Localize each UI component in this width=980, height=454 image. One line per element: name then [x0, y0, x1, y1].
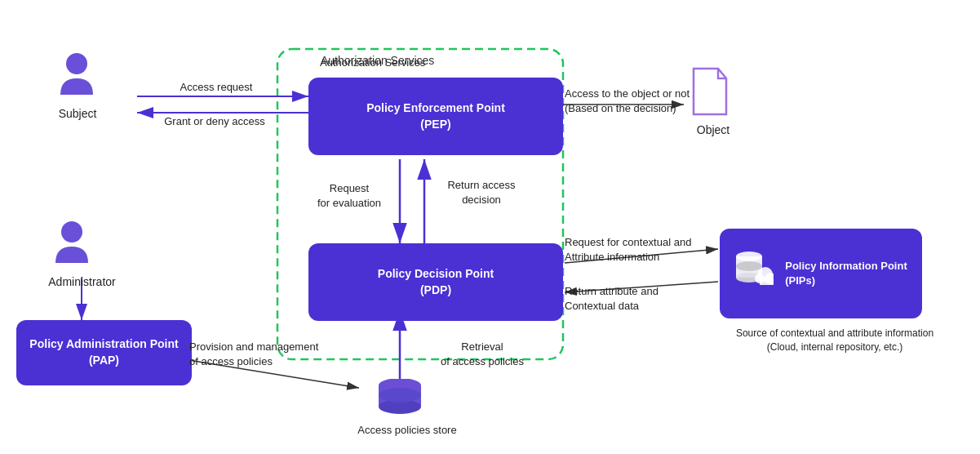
access-request-label: Access request [155, 80, 277, 95]
source-contextual-line2: (Cloud, internal repository, etc.) [767, 341, 903, 353]
administrator-label: Administrator [39, 274, 125, 291]
grant-deny-label: Grant or deny access [145, 114, 284, 129]
pep-box: Policy Enforcement Point (PEP) [308, 78, 563, 155]
provision-line2: of access policies [189, 355, 273, 367]
request-contextual-line2: Attribute information [565, 251, 659, 263]
request-eval-line2: for evaluation [317, 197, 381, 209]
object-label: Object [689, 122, 738, 139]
provision-label: Provision and management of access polic… [189, 340, 348, 369]
svg-point-20 [736, 261, 762, 271]
access-to-object-line2: (Based on the decision) [565, 102, 676, 114]
retrieval-line1: Retrieval [461, 340, 503, 353]
pdp-label-line2: (PDP) [378, 283, 494, 299]
return-attribute-label: Return attribute and Contextual data [565, 284, 718, 314]
source-contextual-line1: Source of contextual and attribute infor… [736, 327, 933, 339]
pap-label-line2: (PAP) [29, 353, 178, 369]
access-to-object-line1: Access to the object or not [565, 87, 690, 100]
pep-label-line1: Policy Enforcement Point [366, 100, 505, 117]
diagram: Authorization Services Subject Administr… [0, 0, 980, 454]
pip-label-line2: (PIPs) [785, 274, 907, 288]
return-attribute-line1: Return attribute and [565, 285, 659, 297]
access-to-object-label: Access to the object or not (Based on th… [565, 87, 695, 116]
subject-icon [59, 52, 95, 98]
request-contextual-line1: Request for contextual and [565, 236, 691, 248]
return-decision-line1: Return access [447, 179, 515, 191]
administrator-icon [54, 220, 90, 266]
svg-point-28 [379, 388, 421, 403]
svg-rect-24 [760, 278, 774, 285]
retrieval-label: Retrieval of access policies [429, 340, 535, 369]
access-policies-store-icon [375, 379, 424, 425]
pep-label-line2: (PEP) [366, 117, 505, 133]
request-eval-line1: Request [330, 182, 369, 194]
svg-point-15 [66, 53, 87, 74]
source-contextual-label: Source of contextual and attribute infor… [716, 327, 953, 354]
pdp-label-line1: Policy Decision Point [378, 266, 494, 283]
return-attribute-line2: Contextual data [565, 300, 639, 312]
pap-box: Policy Administration Point (PAP) [16, 320, 192, 385]
return-decision-label: Return access decision [432, 178, 530, 207]
retrieval-line2: of access policies [441, 355, 524, 367]
request-contextual-label: Request for contextual and Attribute inf… [565, 235, 718, 265]
provision-line1: Provision and management [189, 340, 318, 353]
pip-box: Policy Information Point (PIPs) [720, 229, 922, 318]
pip-label-line1: Policy Information Point [785, 259, 907, 274]
request-eval-label: Request for evaluation [308, 181, 390, 211]
pap-label-line1: Policy Administration Point [29, 336, 178, 353]
pdp-box: Policy Decision Point (PDP) [308, 243, 563, 321]
access-policies-store-label: Access policies store [354, 423, 460, 438]
svg-point-16 [61, 221, 82, 243]
return-decision-line2: decision [462, 194, 501, 206]
subject-label: Subject [49, 106, 106, 122]
auth-services-label-text: Authorization Services [320, 56, 483, 70]
